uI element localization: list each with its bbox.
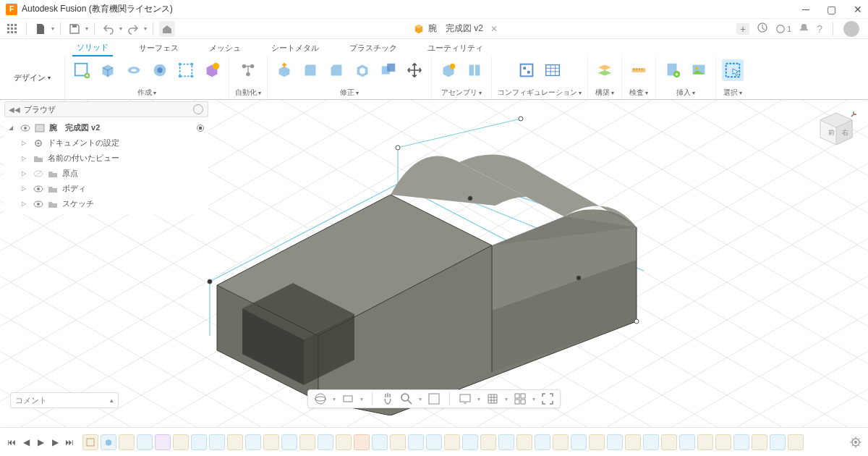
tree-root[interactable]: ◢ 腕 完成図 v2	[6, 120, 207, 135]
form-icon[interactable]	[201, 59, 223, 81]
redo-icon[interactable]	[125, 21, 141, 37]
undo-icon[interactable]	[101, 21, 116, 37]
timeline-play-icon[interactable]: ▶	[35, 436, 46, 448]
tree-item[interactable]: ▷名前の付いたビュー	[6, 151, 207, 166]
timeline-feature[interactable]	[408, 434, 424, 450]
tree-item[interactable]: ▷ボディ	[6, 181, 207, 196]
document-tab[interactable]: 腕 完成図 v2 ✕	[178, 22, 733, 35]
move-icon[interactable]	[404, 59, 425, 81]
help-icon[interactable]: ?	[817, 23, 822, 35]
timeline-feature[interactable]	[607, 434, 623, 450]
timeline-sketch[interactable]	[444, 434, 460, 450]
user-avatar[interactable]	[843, 21, 859, 37]
extrude-icon[interactable]	[97, 59, 119, 81]
file-new-icon[interactable]	[33, 21, 48, 37]
timeline-feature[interactable]	[498, 434, 514, 450]
fillet-icon[interactable]	[299, 59, 321, 81]
tab-surface[interactable]: サーフェス	[135, 40, 183, 56]
notifications-icon[interactable]	[799, 22, 809, 35]
sketch-icon[interactable]	[71, 59, 93, 81]
timeline-sketch[interactable]	[752, 434, 767, 450]
timeline-settings-icon[interactable]	[849, 436, 862, 449]
gridsnap-icon[interactable]	[486, 392, 499, 405]
config-table-icon[interactable]	[542, 59, 563, 81]
timeline-back-icon[interactable]: ◀	[20, 436, 32, 448]
timeline-sketch[interactable]	[480, 434, 496, 450]
visibility-icon[interactable]	[20, 124, 30, 132]
timeline-feature[interactable]	[733, 434, 749, 450]
timeline-start-icon[interactable]: ⏮	[6, 436, 17, 448]
insert-decal-icon[interactable]	[688, 59, 710, 81]
pin-icon[interactable]	[193, 104, 203, 114]
loft-icon[interactable]	[175, 59, 197, 81]
tab-mesh[interactable]: メッシュ	[205, 40, 245, 56]
tab-utility[interactable]: ユーティリティ	[423, 40, 488, 56]
timeline-feature[interactable]	[462, 434, 478, 450]
combine-icon[interactable]	[378, 59, 399, 81]
timeline-feature[interactable]	[679, 434, 695, 450]
timeline-feature[interactable]	[281, 434, 297, 450]
timeline-feature[interactable]	[191, 434, 207, 450]
timeline-feature[interactable]	[535, 434, 550, 450]
save-icon[interactable]	[67, 21, 82, 37]
orbit-icon[interactable]	[314, 392, 327, 405]
timeline-feature[interactable]	[101, 434, 116, 450]
timeline-sketch[interactable]	[336, 434, 352, 450]
timeline-sketch[interactable]	[227, 434, 243, 450]
grid-apps-icon[interactable]	[4, 21, 20, 37]
insert-derive-icon[interactable]	[662, 59, 684, 81]
timeline-feature[interactable]	[643, 434, 659, 450]
timeline-feature[interactable]	[354, 434, 370, 450]
timeline-sketch[interactable]	[390, 434, 406, 450]
sweep-icon[interactable]	[149, 59, 171, 81]
automate-icon[interactable]	[237, 59, 259, 81]
plane-icon[interactable]	[594, 59, 616, 81]
timeline-feature[interactable]	[209, 434, 225, 450]
timeline-feature[interactable]	[571, 434, 587, 450]
collapse-icon[interactable]: ◀◀	[9, 104, 20, 114]
active-component-icon[interactable]	[197, 124, 204, 132]
timeline-end-icon[interactable]: ⏭	[64, 436, 75, 448]
tree-item[interactable]: ▷ドキュメントの設定	[6, 135, 207, 151]
timeline-sketch[interactable]	[661, 434, 677, 450]
tab-solid[interactable]: ソリッド	[72, 39, 113, 56]
fit-icon[interactable]	[427, 392, 441, 405]
select-icon[interactable]	[722, 59, 744, 81]
timeline-feature[interactable]	[770, 434, 786, 450]
data-panel-icon[interactable]	[757, 22, 768, 35]
tab-close-icon[interactable]: ✕	[490, 24, 498, 34]
measure-icon[interactable]	[628, 59, 650, 81]
timeline-sketch[interactable]	[625, 434, 641, 450]
timeline-feature[interactable]	[137, 434, 153, 450]
revolve-icon[interactable]	[123, 59, 145, 81]
pushpull-icon[interactable]	[273, 59, 295, 81]
tree-item[interactable]: ▷スケッチ	[6, 196, 207, 211]
viewport-icon[interactable]	[514, 392, 527, 405]
timeline-feature[interactable]	[372, 434, 388, 450]
browser-header[interactable]: ◀◀ ブラウザ	[4, 101, 208, 117]
shell-icon[interactable]	[352, 59, 373, 81]
new-tab-icon[interactable]: +	[736, 23, 749, 35]
visibility-icon[interactable]	[33, 185, 43, 193]
tab-plastic[interactable]: プラスチック	[345, 40, 401, 56]
timeline-sketch[interactable]	[516, 434, 532, 450]
home-icon[interactable]	[159, 21, 175, 37]
chamfer-icon[interactable]	[326, 59, 347, 81]
fullscreen-icon[interactable]	[541, 392, 554, 405]
zoom-icon[interactable]	[400, 392, 413, 405]
view-cube[interactable]: 前 右	[814, 107, 858, 151]
close-icon[interactable]: ✕	[854, 4, 862, 15]
display-icon[interactable]	[459, 392, 472, 405]
job-status-icon[interactable]: 1	[775, 24, 791, 34]
timeline-sketch[interactable]	[788, 434, 804, 450]
joint-icon[interactable]	[464, 59, 485, 81]
timeline-sketch[interactable]	[173, 434, 189, 450]
tree-item[interactable]: ▷原点	[6, 166, 207, 181]
timeline-sketch[interactable]	[119, 434, 135, 450]
timeline-feature[interactable]	[426, 434, 442, 450]
timeline-sketch[interactable]	[82, 434, 98, 450]
maximize-icon[interactable]: ▢	[827, 4, 836, 15]
config-icon[interactable]	[516, 59, 537, 81]
comment-bar[interactable]: コメント ▴	[10, 392, 119, 408]
timeline-sketch[interactable]	[589, 434, 605, 450]
